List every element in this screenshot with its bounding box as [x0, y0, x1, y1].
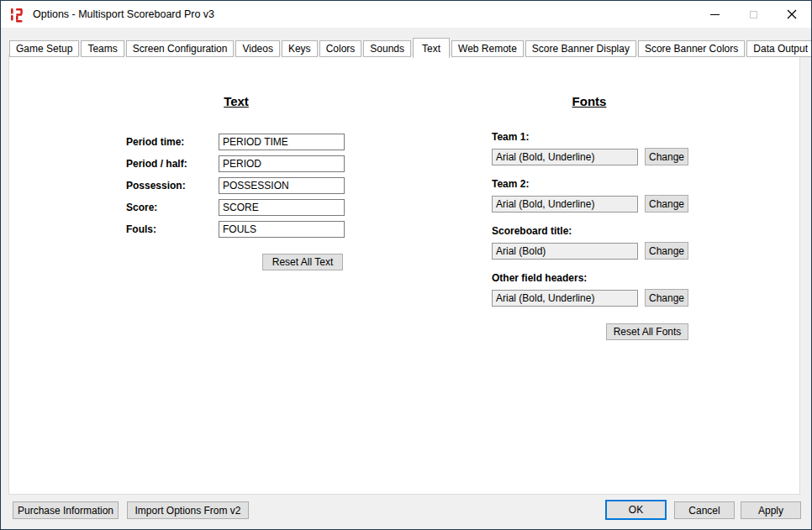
other-field-headers-font-change-button[interactable]: Change — [645, 289, 688, 307]
team1-font-value: Arial (Bold, Underline) — [492, 149, 638, 165]
reset-all-fonts-button[interactable]: Reset All Fonts — [606, 323, 688, 340]
scoreboard-title-font-change-button[interactable]: Change — [645, 242, 688, 260]
text-section-heading: Text — [177, 94, 295, 108]
title-bar: Options - Multisport Scoreboard Pro v3 — [1, 1, 811, 28]
tab-teams[interactable]: Teams — [81, 40, 124, 57]
team2-font-change-button[interactable]: Change — [645, 195, 688, 213]
tab-score-banner-colors[interactable]: Score Banner Colors — [638, 40, 745, 57]
possession-input[interactable] — [219, 177, 345, 194]
period-half-input[interactable] — [219, 155, 345, 172]
options-dialog-window: Options - Multisport Scoreboard Pro v3 G… — [0, 0, 812, 530]
tab-colors[interactable]: Colors — [319, 40, 362, 57]
tab-score-banner-display[interactable]: Score Banner Display — [525, 40, 636, 57]
close-icon — [787, 9, 797, 19]
tab-text[interactable]: Text — [413, 38, 450, 58]
fouls-input[interactable] — [219, 221, 345, 238]
import-options-from-v2-button[interactable]: Import Options From v2 — [127, 501, 249, 519]
period-time-label: Period time: — [126, 136, 184, 148]
tab-game-setup[interactable]: Game Setup — [9, 40, 79, 57]
team2-font-label: Team 2: — [492, 178, 529, 190]
scoreboard-title-font-value: Arial (Bold) — [492, 243, 638, 260]
tab-data-output[interactable]: Data Output — [746, 40, 812, 57]
purchase-information-button[interactable]: Purchase Information — [13, 501, 119, 519]
tab-web-remote[interactable]: Web Remote — [451, 40, 524, 57]
content-panel: Text Period time: Period / half: Possess… — [8, 55, 800, 495]
tab-keys[interactable]: Keys — [282, 40, 318, 57]
tab-videos[interactable]: Videos — [235, 40, 279, 57]
ok-button[interactable]: OK — [605, 500, 667, 520]
period-time-input[interactable] — [219, 134, 345, 150]
reset-all-text-button[interactable]: Reset All Text — [262, 254, 343, 270]
possession-label: Possession: — [126, 180, 186, 192]
score-input[interactable] — [219, 199, 345, 216]
fouls-label: Fouls: — [126, 223, 156, 235]
period-half-label: Period / half: — [126, 158, 187, 170]
close-button[interactable] — [772, 1, 811, 28]
team2-font-value: Arial (Bold, Underline) — [492, 196, 638, 213]
maximize-button — [734, 1, 772, 28]
other-field-headers-font-value: Arial (Bold, Underline) — [492, 290, 638, 307]
window-title: Options - Multisport Scoreboard Pro v3 — [33, 8, 214, 20]
maximize-icon — [750, 11, 757, 18]
tab-screen-configuration[interactable]: Screen Configuration — [126, 40, 235, 57]
team1-font-label: Team 1: — [492, 131, 529, 143]
window-controls — [695, 1, 811, 28]
apply-button[interactable]: Apply — [741, 501, 801, 519]
scoreboard-title-font-label: Scoreboard title: — [492, 225, 572, 237]
fonts-section-heading: Fonts — [530, 94, 648, 108]
other-field-headers-font-label: Other field headers: — [492, 272, 587, 284]
minimize-button[interactable] — [695, 1, 734, 28]
minimize-icon — [710, 14, 720, 15]
cancel-button[interactable]: Cancel — [674, 501, 735, 519]
tab-strip: Game Setup Teams Screen Configuration Vi… — [9, 37, 812, 57]
tab-sounds[interactable]: Sounds — [363, 40, 411, 57]
scoreboard-digits-12-icon — [8, 7, 25, 23]
team1-font-change-button[interactable]: Change — [645, 148, 688, 165]
score-label: Score: — [126, 202, 157, 213]
